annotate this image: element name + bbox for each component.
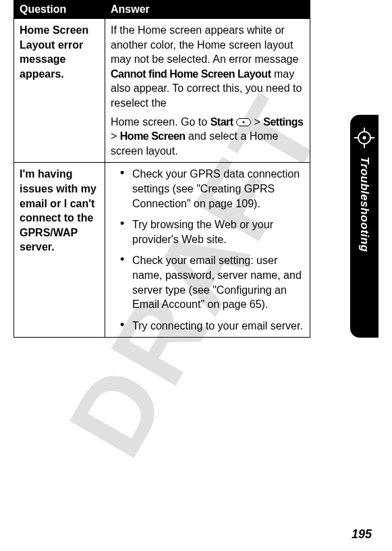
list-item: Check your email setting: user name, pas… bbox=[120, 253, 304, 311]
list-item: Check your GPRS data connection settings… bbox=[120, 167, 304, 211]
table-row: Home Screen Layout error message appears… bbox=[14, 19, 310, 163]
list-item: Try connecting to your email server. bbox=[120, 319, 304, 334]
ui-term: Start bbox=[211, 116, 233, 128]
ui-term: Settings bbox=[263, 116, 303, 128]
table-row: I'm having issues with my email or I can… bbox=[14, 163, 310, 338]
troubleshoot-table: Question Answer Home Screen Layout error… bbox=[13, 0, 310, 338]
answer-paragraph: If the Home screen appears white or anot… bbox=[111, 23, 304, 111]
question-cell: I'm having issues with my email or I can… bbox=[14, 163, 105, 338]
list-item: Try browsing the Web or your provider's … bbox=[120, 217, 304, 246]
table-header-answer: Answer bbox=[105, 1, 310, 19]
side-tab-label: Troubleshooting bbox=[358, 157, 371, 252]
ui-term: Cannot find Home Screen Layout bbox=[111, 68, 271, 80]
answer-cell: Check your GPRS data connection settings… bbox=[105, 163, 310, 338]
question-cell: Home Screen Layout error message appears… bbox=[14, 19, 105, 163]
answer-paragraph: Home screen. Go to Start > Settings > Ho… bbox=[111, 115, 304, 159]
softkey-icon bbox=[236, 118, 251, 126]
answer-text: > bbox=[251, 116, 263, 128]
svg-point-1 bbox=[363, 136, 366, 140]
answer-text: Home screen. Go to bbox=[111, 116, 211, 128]
answer-text: If the Home screen appears white or anot… bbox=[111, 24, 298, 65]
answer-text: > bbox=[111, 130, 120, 142]
answer-cell: If the Home screen appears white or anot… bbox=[105, 19, 310, 163]
ui-term: Home Screen bbox=[120, 130, 186, 142]
page-number: 195 bbox=[352, 527, 372, 542]
page-content: Question Answer Home Screen Layout error… bbox=[0, 0, 324, 338]
side-tab: Troubleshooting bbox=[350, 115, 379, 338]
table-header-question: Question bbox=[14, 1, 105, 19]
crosshair-icon bbox=[354, 127, 375, 149]
answer-list: Check your GPRS data connection settings… bbox=[111, 167, 304, 333]
